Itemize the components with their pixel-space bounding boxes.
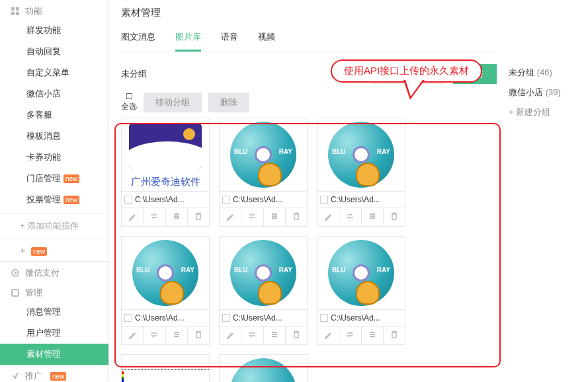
sidebar-item[interactable]: 消息管理 [0,301,108,323]
edit-icon[interactable] [220,208,241,226]
new-group-button[interactable]: + 新建分组 [509,102,580,122]
sidebar-item[interactable]: 多客服 [0,104,108,126]
material-card: BLURAYC:\Users\Ad... [219,354,308,382]
sidebar-item[interactable]: 模板消息 [0,126,108,147]
sidebar-item[interactable]: 自动回复 [0,41,108,62]
tab[interactable]: 图文消息 [121,31,155,52]
sidebar-item[interactable]: 门店管理new [0,168,108,189]
material-card: BLURAYC:\Users\Ad... [219,118,308,227]
swap-icon[interactable] [339,208,361,226]
trash-icon[interactable] [384,208,405,226]
item-checkbox[interactable] [320,314,328,322]
material-card: BLURAYC:\Users\Ad... [121,236,210,345]
thumb[interactable]: BLURAY [317,118,405,192]
main: 素材管理 图文消息图片库语音视频 未分组 上传 使用API接口上传的永久素材 ☐… [109,0,588,382]
trash-icon[interactable] [286,326,307,344]
edit-icon[interactable] [122,326,144,344]
svg-rect-1 [16,7,19,11]
sidebar-section-header: 推广new [0,365,108,382]
add-plugin[interactable]: + 添加功能插件 [0,213,108,239]
item-checkbox[interactable] [320,196,328,204]
tab[interactable]: 语音 [221,31,238,52]
sidebar-section-header: 微信支付 [0,262,108,282]
svg-rect-2 [11,12,15,15]
sidebar-item[interactable]: 投票管理new [0,189,108,210]
swap-icon[interactable] [144,208,165,226]
group-item[interactable]: 未分组 (46) [509,63,580,83]
section-icon [11,371,20,381]
svg-rect-3 [16,12,19,15]
section-icon [11,268,20,278]
trash-icon[interactable] [188,326,209,344]
svg-rect-0 [11,7,15,11]
sidebar-item[interactable]: 卡券功能 [0,147,108,168]
item-checkbox[interactable] [124,196,132,204]
move-icon[interactable] [166,326,188,344]
thumb[interactable]: BLURAY [219,118,308,192]
move-icon[interactable] [362,326,384,344]
item-checkbox[interactable] [222,314,230,322]
edit-icon[interactable] [317,326,339,344]
swap-icon[interactable] [339,326,361,344]
item-checkbox[interactable] [222,196,230,204]
thumb[interactable]: WinServiceTool.exe [121,354,210,382]
edit-icon[interactable] [317,208,339,226]
sidebar-section-header: 功能 [0,0,108,20]
move-icon[interactable] [362,208,384,226]
thumb[interactable]: BLURAY [121,236,210,310]
sidebar-item[interactable]: 群发功能 [0,20,108,41]
trash-icon[interactable] [384,326,405,344]
move-icon[interactable] [166,208,188,226]
file-name: C:\Users\Ad... [331,313,402,323]
thumb[interactable]: BLURAY [219,236,308,310]
file-name: C:\Users\Ad... [135,195,206,204]
callout: 使用API接口上传的永久素材 [331,59,482,100]
file-name: C:\Users\Ad... [233,195,304,204]
material-grid: 广州爱奇迪软件C:\Users\Ad...BLURAYC:\Users\Ad..… [121,118,497,382]
material-card: BLURAYC:\Users\Ad... [219,236,308,345]
sidebar-item[interactable]: 自定义菜单 [0,62,108,83]
item-checkbox[interactable] [124,314,132,322]
sidebar-section-header: 管理 [0,282,108,301]
edit-icon[interactable] [122,208,144,226]
file-name: C:\Users\Ad... [135,313,206,323]
file-name: C:\Users\Ad... [331,195,402,204]
material-card: 广州爱奇迪软件C:\Users\Ad... [121,118,210,227]
move-icon[interactable] [264,326,286,344]
sidebar: 功能群发功能自动回复自定义菜单微信小店多客服模板消息卡券功能门店管理new投票管… [0,0,109,382]
trash-icon[interactable] [188,208,209,226]
sidebar-item[interactable]: 素材管理 [0,344,108,365]
delete-button[interactable]: 删除 [208,93,249,112]
material-card: BLURAYC:\Users\Ad... [317,118,405,227]
move-icon[interactable] [264,208,286,226]
tabs: 图文消息图片库语音视频 [121,31,497,52]
page-title: 素材管理 [121,7,497,19]
tab[interactable]: 图片库 [175,31,201,52]
thumb[interactable]: 广州爱奇迪软件 [121,118,210,192]
file-name: C:\Users\Ad... [233,313,304,323]
sidebar-item[interactable]: 微信小店 [0,83,108,104]
swap-icon[interactable] [241,208,263,226]
swap-icon[interactable] [241,326,263,344]
plus-row[interactable]: + new [0,239,108,262]
material-card: BLURAYC:\Users\Ad... [317,236,405,345]
section-icon [11,288,20,297]
swap-icon[interactable] [144,326,165,344]
select-all-checkbox[interactable]: ☐ [126,92,133,101]
material-card: WinServiceTool.exeC:\Users\Ad... [121,354,210,382]
thumb[interactable]: BLURAY [219,354,308,382]
group-item[interactable]: 微信小店 (39) [509,83,580,102]
group-label: 未分组 [121,68,147,80]
edit-icon[interactable] [220,326,241,344]
svg-rect-5 [12,289,19,296]
thumb[interactable]: BLURAY [317,236,405,310]
section-icon [11,7,20,16]
tab[interactable]: 视频 [258,31,275,52]
sidebar-item[interactable]: 用户管理 [0,323,108,344]
trash-icon[interactable] [286,208,307,226]
right-column: 未分组 (46)微信小店 (39)+ 新建分组 [509,0,588,382]
move-group-button[interactable]: 移动分组 [144,93,202,112]
